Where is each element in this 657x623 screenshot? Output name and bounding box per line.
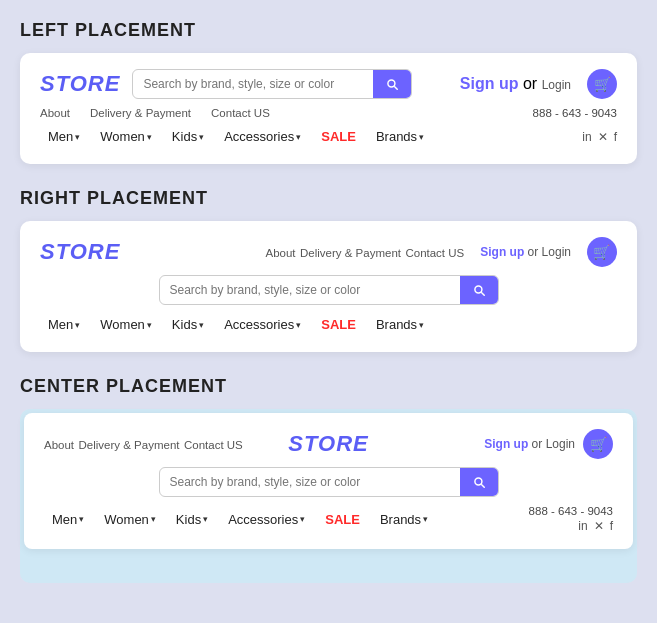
cart-button-right[interactable]: 🛒 — [587, 237, 617, 267]
util-link-contact-center[interactable]: Contact US — [184, 439, 243, 451]
search-input-right[interactable] — [160, 276, 460, 304]
chevron-women-left: ▾ — [147, 132, 152, 142]
signup-link-left[interactable]: Sign up — [460, 75, 519, 92]
search-row-center — [44, 467, 613, 497]
util-link-delivery-left[interactable]: Delivery & Payment — [90, 107, 191, 119]
cart-icon-left: 🛒 — [594, 76, 611, 92]
navbar-right: STORE About Delivery & Payment Contact U… — [20, 221, 637, 352]
logo-right: STORE — [40, 239, 120, 265]
navbar-left: STORE Sign up or Login 🛒 Ab — [20, 53, 637, 164]
auth-text-center: Sign up or Login — [484, 437, 575, 451]
chevron-kids-left: ▾ — [199, 132, 204, 142]
nav-accessories-center[interactable]: Accessories ▾ — [220, 508, 313, 531]
nav-kids-center[interactable]: Kids ▾ — [168, 508, 216, 531]
nav-row-center: Men ▾ Women ▾ Kids ▾ Accessories ▾ SALE … — [44, 508, 529, 531]
nav-men-left[interactable]: Men ▾ — [40, 125, 88, 148]
nav-women-center[interactable]: Women ▾ — [96, 508, 164, 531]
search-icon-center — [472, 475, 486, 489]
search-icon-right — [472, 283, 486, 297]
top-row-left: STORE Sign up or Login 🛒 — [40, 69, 617, 99]
search-button-center[interactable] — [460, 468, 498, 496]
chevron-accessories-right: ▾ — [296, 320, 301, 330]
section-left: LEFT PLACEMENT STORE Sign up or Login 🛒 — [20, 20, 637, 164]
util-link-delivery-center[interactable]: Delivery & Payment — [79, 439, 180, 451]
nav-men-right[interactable]: Men ▾ — [40, 313, 88, 336]
facebook-icon-center[interactable]: f — [610, 519, 613, 533]
social-icons-left: in ✕ f — [582, 130, 617, 144]
nav-kids-right[interactable]: Kids ▾ — [164, 313, 212, 336]
search-bar-left[interactable] — [132, 69, 412, 99]
search-button-right[interactable] — [460, 276, 498, 304]
signup-link-right[interactable]: Sign up — [480, 245, 524, 259]
twitter-icon-center[interactable]: ✕ — [594, 519, 604, 533]
chevron-men-center: ▾ — [79, 514, 84, 524]
facebook-icon-left[interactable]: f — [614, 130, 617, 144]
utility-links-center: About Delivery & Payment Contact US — [44, 435, 243, 453]
util-link-about-left[interactable]: About — [40, 107, 70, 119]
util-link-contact-right[interactable]: Contact US — [405, 247, 464, 259]
chevron-accessories-left: ▾ — [296, 132, 301, 142]
nav-brands-center[interactable]: Brands ▾ — [372, 508, 436, 531]
cart-button-center[interactable]: 🛒 — [583, 429, 613, 459]
util-link-contact-left[interactable]: Contact US — [211, 107, 270, 119]
cart-button-left[interactable]: 🛒 — [587, 69, 617, 99]
login-link-right[interactable]: Login — [542, 245, 571, 259]
center-bg: About Delivery & Payment Contact US STOR… — [20, 409, 637, 583]
auth-text-right: Sign up or Login — [480, 245, 571, 259]
auth-or-center: or — [532, 437, 543, 451]
auth-or-right: or — [528, 245, 539, 259]
signup-link-center[interactable]: Sign up — [484, 437, 528, 451]
chevron-accessories-center: ▾ — [300, 514, 305, 524]
phone-left: 888 - 643 - 9043 — [533, 107, 617, 119]
nav-utility-center: Men ▾ Women ▾ Kids ▾ Accessories ▾ SALE … — [44, 505, 613, 533]
section-right: RIGHT PLACEMENT STORE About Delivery & P… — [20, 188, 637, 352]
nav-men-center[interactable]: Men ▾ — [44, 508, 92, 531]
logo-left: STORE — [40, 71, 120, 97]
chevron-men-right: ▾ — [75, 320, 80, 330]
util-link-about-right[interactable]: About — [265, 247, 295, 259]
search-row-right — [40, 275, 617, 305]
nav-brands-left[interactable]: Brands ▾ — [368, 125, 432, 148]
section-center: CENTER PLACEMENT About Delivery & Paymen… — [20, 376, 637, 583]
search-input-center[interactable] — [160, 468, 460, 496]
chevron-brands-left: ▾ — [419, 132, 424, 142]
nav-women-right[interactable]: Women ▾ — [92, 313, 160, 336]
chevron-women-right: ▾ — [147, 320, 152, 330]
auth-text-left: Sign up or Login — [460, 75, 571, 93]
search-button-left[interactable] — [373, 70, 411, 98]
navbar-center: About Delivery & Payment Contact US STOR… — [24, 413, 633, 549]
logo-center: STORE — [288, 431, 368, 457]
utility-row-left: About Delivery & Payment Contact US 888 … — [40, 107, 617, 119]
nav-kids-left[interactable]: Kids ▾ — [164, 125, 212, 148]
linkedin-icon-center[interactable]: in — [578, 519, 587, 533]
nav-sale-right[interactable]: SALE — [313, 313, 364, 336]
nav-accessories-right[interactable]: Accessories ▾ — [216, 313, 309, 336]
right-side-center: 888 - 643 - 9043 in ✕ f — [529, 505, 613, 533]
nav-accessories-left[interactable]: Accessories ▾ — [216, 125, 309, 148]
nav-sale-left[interactable]: SALE — [313, 125, 364, 148]
phone-center: 888 - 643 - 9043 — [529, 505, 613, 517]
linkedin-icon-left[interactable]: in — [582, 130, 591, 144]
login-link-left[interactable]: Login — [542, 78, 571, 92]
social-icons-center: in ✕ f — [578, 519, 613, 533]
util-link-about-center[interactable]: About — [44, 439, 74, 451]
login-link-center[interactable]: Login — [546, 437, 575, 451]
section-title-center: CENTER PLACEMENT — [20, 376, 637, 397]
auth-or-left: or — [523, 75, 537, 92]
nav-brands-right[interactable]: Brands ▾ — [368, 313, 432, 336]
search-bar-right[interactable] — [159, 275, 499, 305]
cart-icon-center: 🛒 — [590, 436, 607, 452]
auth-cart-left: Sign up or Login 🛒 — [460, 69, 617, 99]
section-title-right: RIGHT PLACEMENT — [20, 188, 637, 209]
twitter-icon-left[interactable]: ✕ — [598, 130, 608, 144]
chevron-brands-center: ▾ — [423, 514, 428, 524]
nav-women-left[interactable]: Women ▾ — [92, 125, 160, 148]
right-util: About Delivery & Payment Contact US Sign… — [265, 237, 617, 267]
search-bar-center[interactable] — [159, 467, 499, 497]
chevron-kids-right: ▾ — [199, 320, 204, 330]
search-input-left[interactable] — [133, 70, 373, 98]
cart-icon-right: 🛒 — [593, 244, 610, 260]
section-title-left: LEFT PLACEMENT — [20, 20, 637, 41]
util-link-delivery-right[interactable]: Delivery & Payment — [300, 247, 401, 259]
nav-sale-center[interactable]: SALE — [317, 508, 368, 531]
